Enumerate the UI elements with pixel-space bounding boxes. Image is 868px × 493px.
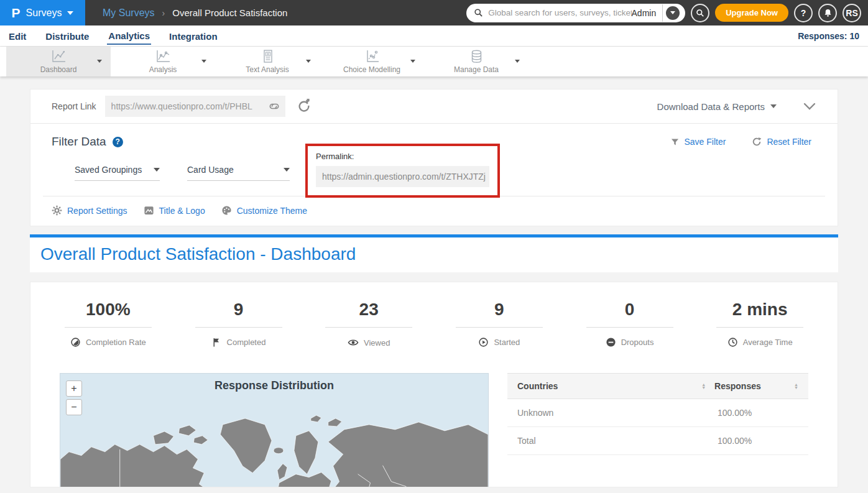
- stat-value: 9: [173, 300, 304, 320]
- search-scope[interactable]: Admin: [632, 8, 657, 18]
- world-map[interactable]: [60, 406, 488, 487]
- download-data-reports-label: Download Data & Reports: [657, 101, 765, 112]
- stat-label: Average Time: [743, 338, 793, 347]
- reset-filter-label: Reset Filter: [767, 137, 811, 147]
- report-link-label: Report Link: [52, 101, 96, 111]
- subnav-item-analysis[interactable]: Analysis: [111, 47, 215, 76]
- sort-icon[interactable]: ▲▼: [794, 383, 798, 389]
- subnav-label: Text Analysis: [246, 65, 289, 74]
- gear-icon: [52, 205, 62, 216]
- global-search[interactable]: Admin: [466, 4, 685, 22]
- palette-icon: [221, 205, 232, 216]
- help-button[interactable]: ?: [794, 4, 813, 22]
- report-settings-label: Report Settings: [67, 206, 127, 216]
- divider: [716, 327, 803, 328]
- collapse-panel-icon[interactable]: [803, 102, 816, 111]
- link-icon[interactable]: [268, 100, 280, 113]
- upgrade-now-button[interactable]: Upgrade Now: [715, 4, 788, 22]
- permalink-input[interactable]: https://admin.questionpro.com/t/ZTHXJTZj: [316, 166, 489, 187]
- stat-label-row: Viewed: [303, 337, 434, 348]
- breadcrumb-current: Overall Product Satisfaction: [172, 7, 287, 18]
- title-logo-link[interactable]: Title & Logo: [144, 205, 205, 216]
- download-data-reports-dropdown[interactable]: Download Data & Reports: [657, 101, 777, 112]
- tab-analytics[interactable]: Analytics: [107, 27, 151, 45]
- subnav-label: Analysis: [149, 65, 177, 74]
- sort-icon[interactable]: ▲▼: [701, 383, 706, 389]
- page-title: Overall Product Satisfaction - Dashboard: [40, 244, 838, 264]
- share-report-icon[interactable]: [297, 98, 310, 114]
- reset-filter-button[interactable]: Reset Filter: [752, 137, 811, 147]
- report-settings-row: Report Settings Title & Logo Customize T…: [30, 196, 838, 226]
- stat-label: Completion Rate: [86, 338, 146, 347]
- stat-completion-rate: 100% Completion Rate: [43, 300, 173, 348]
- notifications-button[interactable]: [818, 4, 837, 22]
- save-filter-button[interactable]: Save Filter: [670, 137, 726, 147]
- countries-table-header: Countries ▲▼ Responses ▲▼: [507, 373, 808, 399]
- search-scope-dropdown[interactable]: [666, 6, 680, 20]
- advanced-search-button[interactable]: [691, 4, 709, 22]
- chevron-down-icon[interactable]: [515, 60, 520, 63]
- play-circle-icon: [478, 337, 489, 348]
- text-document-chart-icon: [259, 49, 276, 64]
- analysis-chart-icon: [155, 49, 172, 64]
- breadcrumb: My Surveys › Overall Product Satisfactio…: [103, 7, 287, 19]
- tab-edit[interactable]: Edit: [7, 27, 27, 44]
- responses-count: Responses: 10: [798, 31, 859, 41]
- subnav-item-text-analysis[interactable]: Text Analysis: [215, 47, 320, 76]
- tab-distribute[interactable]: Distribute: [44, 27, 90, 44]
- column-header-countries[interactable]: Countries: [517, 381, 558, 391]
- dashboard-card: 100% Completion Rate 9 Completed 23: [30, 282, 838, 487]
- chevron-down-icon[interactable]: [306, 60, 311, 63]
- analytics-subnav: Dashboard Analysis Text Analysis Choice …: [0, 47, 868, 76]
- line-chart-icon: [50, 49, 67, 64]
- bell-icon: [823, 8, 833, 17]
- subnav-label: Manage Data: [454, 65, 499, 74]
- subnav-item-dashboard[interactable]: Dashboard: [6, 47, 111, 76]
- customize-theme-link[interactable]: Customize Theme: [221, 205, 307, 216]
- stat-value: 9: [434, 300, 565, 320]
- subnav-label: Choice Modelling: [343, 65, 400, 74]
- report-filter-card: Report Link https://www.questionpro.com/…: [30, 89, 838, 226]
- global-search-input[interactable]: [488, 8, 631, 17]
- save-filter-label: Save Filter: [685, 137, 726, 147]
- stats-row: 100% Completion Rate 9 Completed 23: [30, 300, 838, 348]
- card-usage-label: Card Usage: [187, 165, 234, 175]
- response-distribution-map[interactable]: Response Distribution + −: [60, 373, 489, 487]
- subnav-item-choice-modelling[interactable]: Choice Modelling: [320, 47, 424, 76]
- stat-started: 9 Started: [434, 300, 565, 348]
- search-icon: [474, 8, 483, 17]
- chevron-down-icon[interactable]: [97, 60, 102, 63]
- permalink-url[interactable]: https://admin.questionpro.com/t/ZTHXJTZj: [322, 172, 486, 182]
- stat-viewed: 23 Viewed: [303, 300, 434, 348]
- tab-integration[interactable]: Integration: [168, 27, 219, 44]
- refresh-icon: [752, 137, 762, 147]
- column-header-responses[interactable]: Responses: [714, 381, 794, 391]
- database-icon: [468, 49, 485, 64]
- divider: [456, 327, 543, 328]
- subnav-label: Dashboard: [40, 65, 77, 74]
- flag-icon: [211, 337, 222, 348]
- countries-table: Countries ▲▼ Responses ▲▼ Unknown 100.00…: [507, 373, 808, 487]
- card-usage-select[interactable]: Card Usage: [187, 165, 290, 181]
- subnav-item-manage-data[interactable]: Manage Data: [424, 47, 529, 76]
- chevron-down-icon[interactable]: [410, 60, 415, 63]
- breadcrumb-separator: ›: [162, 8, 165, 18]
- minus-circle-icon: [606, 337, 616, 348]
- zoom-in-button[interactable]: +: [66, 380, 82, 397]
- report-settings-link[interactable]: Report Settings: [52, 205, 127, 216]
- stat-label: Completed: [227, 338, 266, 347]
- help-icon[interactable]: ?: [113, 137, 123, 147]
- app-logo[interactable]: P Surveys: [0, 0, 85, 25]
- saved-groupings-select[interactable]: Saved Groupings: [75, 165, 160, 181]
- report-link-input[interactable]: https://www.questionpro.com/t/PHBL: [105, 96, 285, 117]
- filter-data-title: Filter Data ?: [52, 135, 123, 149]
- chevron-down-icon[interactable]: [201, 60, 206, 63]
- breadcrumb-my-surveys[interactable]: My Surveys: [103, 7, 155, 19]
- avatar[interactable]: RS: [843, 4, 861, 22]
- page-content: Report Link https://www.questionpro.com/…: [0, 76, 868, 487]
- search-icon: [696, 9, 704, 17]
- saved-groupings-label: Saved Groupings: [75, 165, 142, 175]
- title-logo-label: Title & Logo: [159, 206, 205, 216]
- report-link-url[interactable]: https://www.questionpro.com/t/PHBL: [111, 101, 268, 111]
- responses-cell: 100.00%: [718, 408, 798, 418]
